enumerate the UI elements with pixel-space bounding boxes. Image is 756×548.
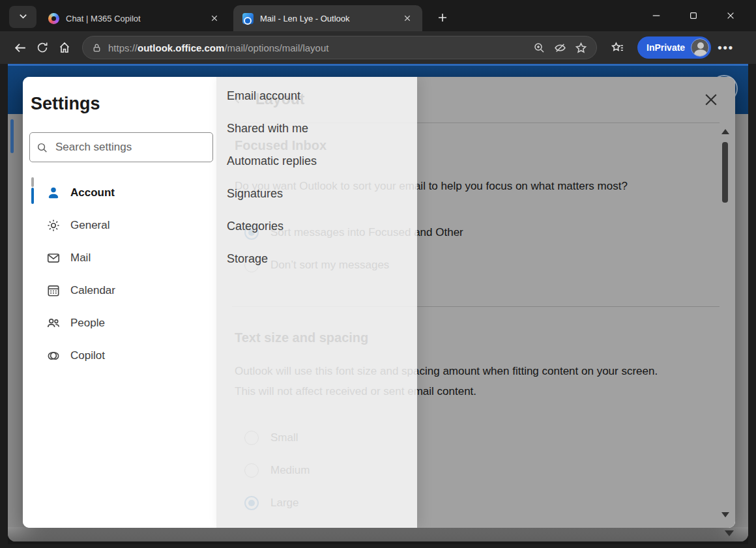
tracking-prevention-icon[interactable] bbox=[549, 36, 570, 59]
maximize-button[interactable] bbox=[684, 7, 703, 24]
submenu-item-categories[interactable]: Categories bbox=[216, 210, 417, 242]
settings-dialog: Settings Account Gener bbox=[23, 77, 735, 528]
url-text: https://outlook.office.com/mail/options/… bbox=[108, 42, 529, 53]
search-icon bbox=[36, 142, 48, 153]
outlook-logo-icon bbox=[242, 13, 254, 24]
app-rail-selection-indicator bbox=[10, 119, 14, 153]
sidebar-item-calendar[interactable]: Calendar bbox=[23, 274, 216, 307]
sidebar-item-label: Account bbox=[70, 186, 115, 199]
url-host: outlook.office.com bbox=[138, 42, 224, 53]
submenu-item-shared-with-me[interactable]: Shared with me bbox=[216, 112, 417, 145]
sidebar-item-label: People bbox=[70, 317, 105, 330]
sidebar-item-label: Mail bbox=[70, 252, 91, 265]
inprivate-label: InPrivate bbox=[647, 42, 685, 53]
tab-copilot[interactable]: Chat | M365 Copilot bbox=[39, 5, 229, 31]
sidebar-item-label: Calendar bbox=[70, 284, 115, 297]
tab-close-icon[interactable] bbox=[399, 10, 416, 27]
chevron-down-icon bbox=[18, 11, 28, 23]
gear-icon bbox=[46, 218, 61, 233]
page-scroll-down-icon bbox=[725, 530, 734, 536]
tab-close-icon[interactable] bbox=[206, 10, 223, 27]
person-icon bbox=[46, 185, 61, 201]
settings-search-box[interactable] bbox=[29, 132, 213, 162]
url-path: /mail/options/mail/layout bbox=[224, 42, 328, 53]
submenu-item-automatic-replies[interactable]: Automatic replies bbox=[216, 145, 417, 177]
browser-window: Chat | M365 Copilot Mail - Len Lye - Out… bbox=[0, 0, 756, 548]
copilot-icon bbox=[46, 348, 61, 364]
zoom-in-icon[interactable] bbox=[529, 36, 549, 59]
browser-viewport: Settings Account Gener bbox=[8, 64, 748, 544]
back-button[interactable] bbox=[9, 36, 31, 59]
close-window-button[interactable] bbox=[721, 7, 740, 24]
settings-nav: Account General Mail Calendar bbox=[23, 177, 216, 372]
sidebar-item-account[interactable]: Account bbox=[23, 177, 216, 209]
lock-icon bbox=[92, 43, 102, 53]
refresh-button[interactable] bbox=[31, 36, 53, 59]
outlook-page-dimmed: Settings Account Gener bbox=[8, 64, 748, 541]
mail-icon bbox=[46, 250, 61, 266]
browser-titlebar: Chat | M365 Copilot Mail - Len Lye - Out… bbox=[0, 0, 756, 31]
home-button[interactable] bbox=[53, 36, 76, 59]
sidebar-item-label: General bbox=[70, 219, 109, 232]
submenu-item-storage[interactable]: Storage bbox=[216, 242, 417, 275]
settings-title: Settings bbox=[31, 94, 100, 114]
minimize-button[interactable] bbox=[647, 7, 666, 24]
submenu-item-email-account[interactable]: Email account bbox=[216, 79, 417, 112]
sidebar-item-label: Copilot bbox=[70, 349, 105, 362]
sidebar-item-copilot[interactable]: Copilot bbox=[23, 339, 216, 372]
tab-title: Mail - Len Lye - Outlook bbox=[260, 14, 399, 23]
copilot-logo-icon bbox=[48, 13, 59, 24]
browser-toolbar: https://outlook.office.com/mail/options/… bbox=[0, 31, 756, 64]
url-scheme: https:// bbox=[108, 42, 138, 53]
page-bottom-edge bbox=[8, 527, 748, 541]
sidebar-item-people[interactable]: People bbox=[23, 307, 216, 339]
submenu-item-signatures[interactable]: Signatures bbox=[216, 177, 417, 210]
favorites-bar-icon[interactable] bbox=[606, 36, 628, 59]
tab-outlook[interactable]: Mail - Len Lye - Outlook bbox=[233, 5, 422, 31]
sidebar-item-mail[interactable]: Mail bbox=[23, 242, 216, 274]
tab-title: Chat | M365 Copilot bbox=[66, 14, 206, 23]
search-input[interactable] bbox=[54, 140, 206, 154]
sidebar-item-general[interactable]: General bbox=[23, 209, 216, 242]
profile-avatar bbox=[691, 38, 709, 57]
more-menu-icon[interactable]: ••• bbox=[718, 41, 734, 55]
settings-sidebar: Settings Account Gener bbox=[23, 77, 216, 528]
inprivate-badge[interactable]: InPrivate bbox=[637, 36, 711, 59]
new-tab-button[interactable] bbox=[434, 9, 451, 26]
tab-search-button[interactable] bbox=[9, 6, 36, 28]
account-submenu-panel: Email account Shared with me Automatic r… bbox=[216, 77, 417, 528]
calendar-icon bbox=[46, 283, 61, 298]
address-bar[interactable]: https://outlook.office.com/mail/options/… bbox=[82, 36, 597, 59]
favorite-star-icon[interactable] bbox=[570, 36, 591, 59]
people-icon bbox=[46, 315, 61, 331]
